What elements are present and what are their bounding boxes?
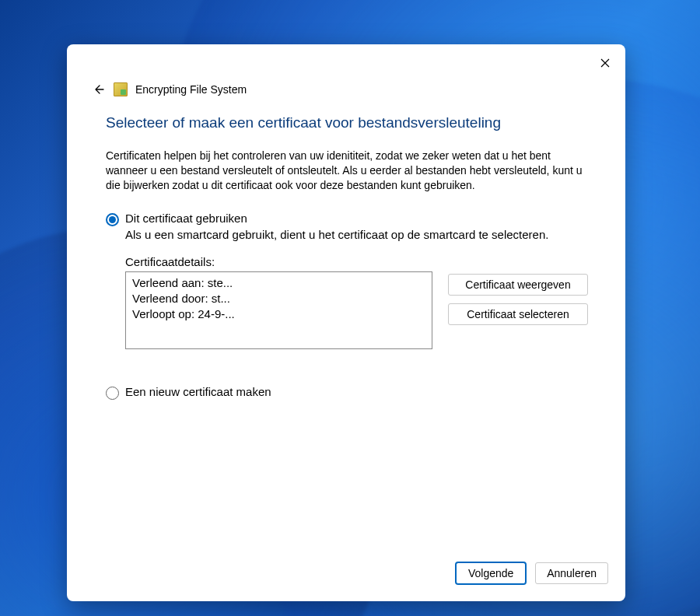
view-certificate-button[interactable]: Certificaat weergeven: [448, 274, 588, 296]
arrow-left-icon: [92, 83, 104, 96]
page-heading: Selecteer of maak een certificaat voor b…: [106, 114, 586, 131]
radio-new-certificate-label: Een nieuw certificaat maken: [125, 385, 271, 398]
radio-use-certificate-sublabel: Als u een smartcard gebruikt, dient u he…: [125, 228, 586, 241]
close-button[interactable]: [596, 54, 614, 72]
select-certificate-button[interactable]: Certificaat selecteren: [448, 303, 588, 325]
radio-new-certificate[interactable]: [106, 387, 119, 400]
dialog-content: Selecteer of maak een certificaat voor b…: [67, 114, 625, 551]
cancel-button[interactable]: Annuleren: [535, 562, 608, 584]
option-use-certificate[interactable]: Dit certificaat gebruiken: [106, 212, 586, 226]
cert-expires-on: Verloopt op: 24-9-...: [132, 306, 425, 322]
cert-issued-by: Verleend door: st...: [132, 291, 425, 306]
radio-use-certificate[interactable]: [106, 213, 119, 226]
close-icon: [600, 58, 610, 68]
option-new-certificate[interactable]: Een nieuw certificaat maken: [106, 385, 586, 400]
dialog-footer: Volgende Annuleren: [67, 551, 625, 601]
certificate-details-area: Certificaatdetails: Verleend aan: ste...…: [125, 255, 586, 349]
page-description: Certificaten helpen bij het controleren …: [106, 149, 586, 193]
back-button[interactable]: [90, 82, 106, 97]
certificate-details-box: Verleend aan: ste... Verleend door: st..…: [125, 271, 432, 349]
dialog-header: Encrypting File System: [67, 44, 625, 114]
dialog-title: Encrypting File System: [135, 83, 247, 96]
radio-use-certificate-label: Dit certificaat gebruiken: [125, 212, 247, 225]
next-button[interactable]: Volgende: [456, 562, 526, 584]
efs-app-icon: [114, 82, 128, 96]
efs-wizard-dialog: Encrypting File System Selecteer of maak…: [67, 44, 625, 601]
certificate-details-label: Certificaatdetails:: [125, 255, 432, 268]
cert-issued-to: Verleend aan: ste...: [132, 275, 425, 291]
